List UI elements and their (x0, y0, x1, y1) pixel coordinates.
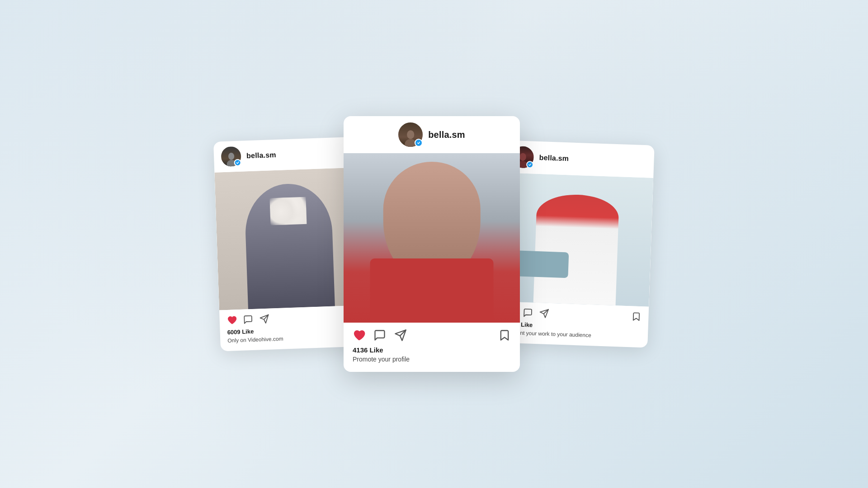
share-icon-right (539, 308, 549, 319)
card-left-header: bella.sm (213, 137, 359, 173)
like-button-left[interactable] (226, 315, 237, 325)
action-row-right (506, 307, 642, 322)
verified-check-right-icon (528, 163, 532, 166)
card-right-footer: 8032 Like Present your work to your audi… (498, 301, 649, 347)
avatar-center-wrap (398, 122, 423, 147)
share-icon-center (394, 329, 407, 342)
svg-point-0 (228, 153, 234, 160)
verified-check-left-icon (236, 161, 240, 164)
card-right-header: bella.sm (504, 140, 654, 178)
comment-icon-left (243, 314, 253, 325)
heart-icon-left (226, 315, 237, 325)
post-image-right (500, 173, 653, 306)
username-left: bella.sm (246, 151, 276, 160)
post-image-left-visual (214, 168, 363, 310)
caption-center: Promote your profile (353, 356, 511, 363)
card-left: bella.sm (213, 137, 365, 352)
like-count-center: 4136 Like (353, 346, 511, 354)
post-image-center-visual (344, 153, 520, 323)
card-right: bella.sm (498, 140, 654, 347)
share-button-center[interactable] (394, 329, 407, 342)
bookmark-icon-right (631, 311, 642, 322)
comment-icon-center (373, 329, 386, 342)
cards-container: bella.sm (208, 116, 660, 372)
card-center: bella.sm (344, 116, 520, 372)
post-image-center (344, 153, 520, 323)
comment-button-left[interactable] (243, 314, 253, 325)
post-image-right-visual (500, 173, 653, 306)
verified-check-center-icon (417, 141, 420, 145)
avatar-left-wrap (221, 146, 241, 167)
verified-badge-right (526, 161, 534, 169)
heart-icon-center (353, 329, 365, 342)
share-button-right[interactable] (539, 308, 549, 319)
comment-button-right[interactable] (523, 308, 533, 318)
svg-point-8 (519, 153, 526, 161)
verified-badge-left (234, 159, 241, 167)
like-button-center[interactable] (353, 329, 365, 342)
post-image-left (214, 168, 363, 310)
share-button-left[interactable] (259, 314, 269, 324)
bookmark-icon-center (498, 329, 511, 342)
bookmark-button-center[interactable] (498, 329, 511, 342)
comment-button-center[interactable] (373, 329, 386, 342)
username-right: bella.sm (539, 154, 569, 163)
svg-point-4 (407, 130, 414, 139)
share-icon-left (259, 314, 269, 324)
card-center-header: bella.sm (344, 116, 520, 153)
verified-badge-center (415, 139, 423, 147)
action-row-center (353, 329, 511, 342)
bookmark-button-right[interactable] (631, 311, 642, 322)
action-row-left (226, 311, 357, 325)
username-center: bella.sm (428, 130, 465, 140)
comment-icon-right (523, 308, 533, 318)
card-center-footer: 4136 Like Promote your profile (344, 323, 520, 372)
